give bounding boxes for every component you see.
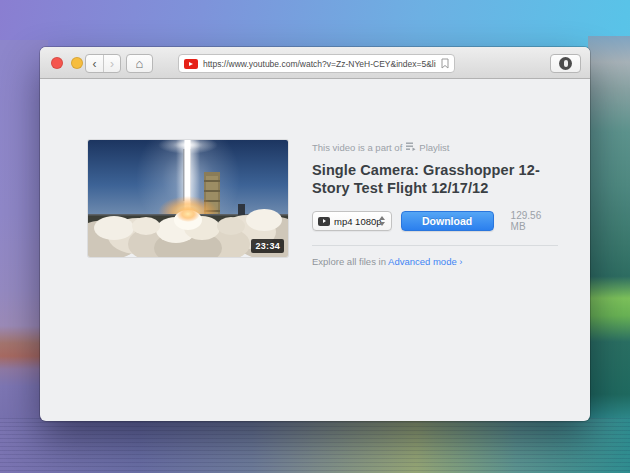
circle-badge-icon xyxy=(559,57,572,70)
page-content: 23:34 This video is a part of Playlist S… xyxy=(40,80,590,421)
nav-buttons: ‹ › xyxy=(85,54,121,73)
video-title: Single Camera: Grasshopper 12-Story Test… xyxy=(312,162,540,197)
forward-button[interactable]: › xyxy=(103,55,120,72)
url-text: https://www.youtube.com/watch?v=Zz-NYeH-… xyxy=(203,59,436,69)
account-button[interactable] xyxy=(550,54,581,73)
download-button[interactable]: Download xyxy=(401,211,494,231)
format-select[interactable]: mp4 1080p xyxy=(312,211,392,231)
video-thumbnail[interactable]: 23:34 xyxy=(88,140,288,257)
youtube-icon xyxy=(184,59,198,69)
playlist-note-text: This video is a part of xyxy=(312,142,402,153)
wallpaper-right-mountain xyxy=(588,36,630,473)
video-info-column: This video is a part of Playlist Single … xyxy=(312,142,558,267)
bookmark-icon[interactable] xyxy=(441,58,449,69)
format-row: mp4 1080p Download 129.56 MB xyxy=(312,210,558,232)
file-size: 129.56 MB xyxy=(511,210,558,232)
select-stepper-icon xyxy=(378,212,387,230)
window-toolbar: ‹ › ⌂ https://www.youtube.com/watch?v=Zz… xyxy=(40,47,590,79)
minimize-button[interactable] xyxy=(71,57,83,69)
app-window: ‹ › ⌂ https://www.youtube.com/watch?v=Zz… xyxy=(40,47,590,421)
playlist-link[interactable]: Playlist xyxy=(419,142,449,153)
advanced-mode-link[interactable]: Advanced mode › xyxy=(388,256,462,267)
home-icon: ⌂ xyxy=(136,57,144,70)
video-file-icon xyxy=(318,217,330,226)
back-button[interactable]: ‹ xyxy=(86,55,103,72)
playlist-icon xyxy=(406,142,416,153)
explore-text: Explore all files in xyxy=(312,256,388,267)
playlist-note: This video is a part of Playlist xyxy=(312,142,558,153)
divider xyxy=(312,245,558,246)
close-button[interactable] xyxy=(51,57,63,69)
format-select-value: mp4 1080p xyxy=(334,216,382,227)
home-button[interactable]: ⌂ xyxy=(126,54,153,73)
explore-line: Explore all files in Advanced mode › xyxy=(312,256,558,267)
duration-badge: 23:34 xyxy=(251,239,284,253)
url-bar[interactable]: https://www.youtube.com/watch?v=Zz-NYeH-… xyxy=(178,54,455,73)
wallpaper-lake xyxy=(0,418,630,473)
